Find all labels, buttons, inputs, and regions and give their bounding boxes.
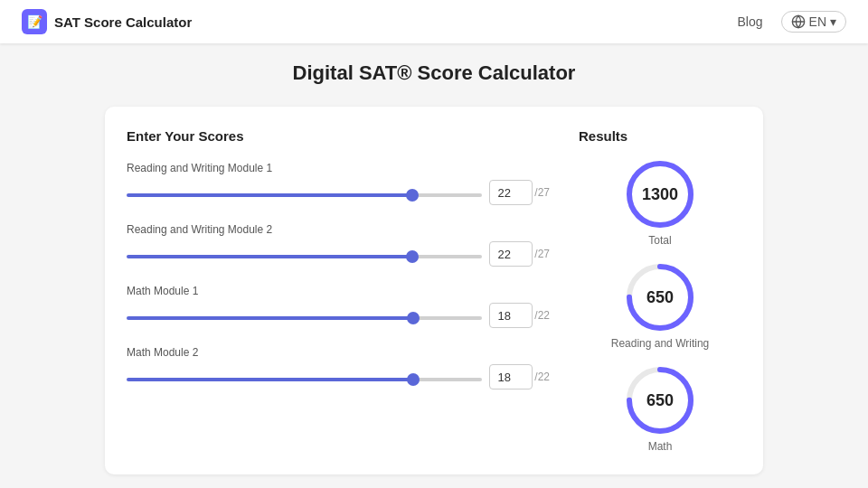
math-module1-input-wrap: /22 [489, 303, 550, 328]
math-score-value: 650 [646, 391, 674, 410]
total-score-label: Total [648, 234, 671, 247]
rw-module1-slider-row: /27 [127, 180, 550, 205]
total-score-circle: 1300 [624, 158, 696, 230]
logo-icon: 📝 [27, 14, 42, 29]
math-module2-row: Math Module 2 /22 [127, 346, 550, 389]
lang-chevron-icon: ▾ [830, 14, 836, 29]
app-logo: 📝 [22, 9, 47, 34]
math-module2-label: Math Module 2 [127, 346, 550, 359]
math-score-group: 650 Math [624, 364, 696, 453]
blog-link[interactable]: Blog [738, 14, 763, 29]
results-heading: Results [579, 128, 627, 144]
rw-module1-slider-container [127, 185, 482, 200]
rw-module2-input-wrap: /27 [489, 241, 550, 267]
math-module2-input[interactable] [489, 364, 533, 389]
rw-score-label: Reading and Writing [611, 337, 710, 350]
math-module2-input-wrap: /22 [489, 364, 550, 389]
math-module1-slider[interactable] [127, 316, 482, 320]
enter-scores-panel: Enter Your Scores Reading and Writing Mo… [127, 128, 550, 453]
rw-module1-max: /27 [534, 186, 550, 199]
rw-module2-label: Reading and Writing Module 2 [127, 223, 550, 236]
rw-module2-max: /27 [534, 248, 550, 260]
math-score-circle: 650 [624, 364, 696, 436]
header-right: Blog EN ▾ [738, 11, 846, 33]
header: 📝 SAT Score Calculator Blog EN ▾ [0, 0, 868, 43]
rw-module2-slider-container [127, 247, 482, 261]
rw-module2-slider-row: /27 [127, 241, 550, 267]
rw-module1-row: Reading and Writing Module 1 /27 [127, 162, 550, 205]
enter-scores-heading: Enter Your Scores [127, 128, 550, 144]
math-score-label: Math [648, 440, 673, 453]
language-selector[interactable]: EN ▾ [781, 11, 846, 33]
math-module1-slider-row: /22 [127, 303, 550, 328]
rw-score-value: 650 [646, 288, 674, 307]
globe-icon [791, 14, 806, 29]
rw-module2-input[interactable] [489, 241, 533, 267]
math-module2-max: /22 [534, 371, 550, 383]
rw-module1-slider[interactable] [127, 193, 482, 197]
math-module1-max: /22 [534, 309, 550, 322]
math-module1-slider-container [127, 308, 482, 323]
math-module2-slider[interactable] [127, 378, 482, 381]
total-score-value: 1300 [642, 185, 678, 204]
header-left: 📝 SAT Score Calculator [22, 9, 192, 34]
lang-label: EN [809, 14, 826, 29]
math-module1-label: Math Module 1 [127, 285, 550, 297]
rw-module1-label: Reading and Writing Module 1 [127, 162, 550, 174]
main-content: Digital SAT® Score Calculator Enter Your… [90, 43, 778, 488]
results-panel: Results 1300 Total [579, 128, 741, 453]
rw-score-circle: 650 [624, 261, 696, 333]
rw-module2-row: Reading and Writing Module 2 /27 [127, 223, 550, 267]
math-module2-slider-row: /22 [127, 364, 550, 389]
rw-module1-input-wrap: /27 [489, 180, 550, 205]
rw-module2-slider[interactable] [127, 255, 482, 258]
rw-module1-input[interactable] [489, 180, 533, 205]
app-title: SAT Score Calculator [54, 14, 192, 30]
page-title: Digital SAT® Score Calculator [105, 61, 763, 85]
math-module2-slider-container [127, 370, 482, 384]
score-calculator-panel: Enter Your Scores Reading and Writing Mo… [105, 107, 763, 474]
total-score-group: 1300 Total [624, 158, 696, 247]
math-module1-input[interactable] [489, 303, 533, 328]
math-module1-row: Math Module 1 /22 [127, 285, 550, 328]
rw-score-group: 650 Reading and Writing [611, 261, 710, 350]
